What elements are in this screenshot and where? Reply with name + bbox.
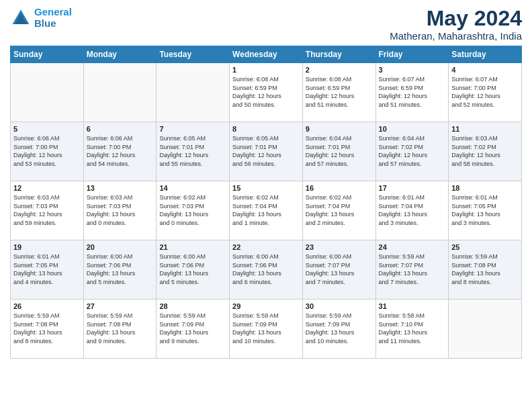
logo-icon bbox=[10, 7, 32, 29]
calendar-table: SundayMondayTuesdayWednesdayThursdayFrid… bbox=[10, 46, 522, 359]
day-number: 25 bbox=[451, 243, 519, 251]
day-number: 13 bbox=[87, 184, 154, 192]
day-info: Sunrise: 6:06 AM Sunset: 7:00 PM Dayligh… bbox=[87, 134, 154, 168]
day-number: 9 bbox=[306, 125, 373, 133]
weekday-header-sunday: Sunday bbox=[11, 46, 84, 63]
logo: General Blue bbox=[10, 7, 72, 29]
day-info: Sunrise: 6:01 AM Sunset: 7:05 PM Dayligh… bbox=[451, 193, 519, 227]
day-number: 24 bbox=[379, 243, 446, 251]
day-number: 31 bbox=[379, 302, 446, 310]
calendar-day-cell: 30Sunrise: 5:59 AM Sunset: 7:09 PM Dayli… bbox=[302, 300, 375, 359]
day-info: Sunrise: 6:03 AM Sunset: 7:02 PM Dayligh… bbox=[451, 134, 519, 168]
calendar-day-cell: 24Sunrise: 5:59 AM Sunset: 7:07 PM Dayli… bbox=[375, 240, 449, 300]
calendar-day-cell: 4Sunrise: 6:07 AM Sunset: 7:00 PM Daylig… bbox=[449, 63, 522, 122]
day-number: 18 bbox=[451, 184, 519, 192]
day-info: Sunrise: 6:00 AM Sunset: 7:06 PM Dayligh… bbox=[87, 253, 154, 286]
day-info: Sunrise: 6:06 AM Sunset: 7:00 PM Dayligh… bbox=[13, 134, 81, 168]
day-number: 12 bbox=[13, 184, 81, 192]
day-info: Sunrise: 6:03 AM Sunset: 7:03 PM Dayligh… bbox=[87, 193, 154, 227]
calendar-week-row: 19Sunrise: 6:01 AM Sunset: 7:05 PM Dayli… bbox=[11, 240, 522, 300]
month-year-title: May 2024 bbox=[390, 7, 522, 30]
calendar-day-cell: 26Sunrise: 5:59 AM Sunset: 7:08 PM Dayli… bbox=[11, 300, 84, 359]
day-info: Sunrise: 6:01 AM Sunset: 7:05 PM Dayligh… bbox=[13, 253, 81, 286]
day-info: Sunrise: 6:01 AM Sunset: 7:04 PM Dayligh… bbox=[379, 193, 446, 227]
calendar-day-cell: 28Sunrise: 5:59 AM Sunset: 7:09 PM Dayli… bbox=[157, 300, 230, 359]
calendar-day-cell: 6Sunrise: 6:06 AM Sunset: 7:00 PM Daylig… bbox=[83, 122, 157, 181]
day-number: 4 bbox=[451, 66, 519, 74]
calendar-day-cell: 27Sunrise: 5:59 AM Sunset: 7:08 PM Dayli… bbox=[83, 300, 157, 359]
day-info: Sunrise: 6:02 AM Sunset: 7:04 PM Dayligh… bbox=[232, 193, 300, 227]
day-number: 26 bbox=[13, 302, 81, 310]
day-number: 30 bbox=[306, 302, 373, 310]
calendar-week-row: 1Sunrise: 6:08 AM Sunset: 6:59 PM Daylig… bbox=[11, 63, 522, 122]
day-info: Sunrise: 6:08 AM Sunset: 6:59 PM Dayligh… bbox=[232, 75, 300, 109]
day-info: Sunrise: 6:02 AM Sunset: 7:04 PM Dayligh… bbox=[306, 193, 373, 227]
day-number: 2 bbox=[306, 66, 373, 74]
calendar-day-cell: 15Sunrise: 6:02 AM Sunset: 7:04 PM Dayli… bbox=[230, 181, 303, 240]
weekday-header-saturday: Saturday bbox=[449, 46, 522, 63]
calendar-day-cell: 21Sunrise: 6:00 AM Sunset: 7:06 PM Dayli… bbox=[157, 240, 230, 300]
weekday-header-tuesday: Tuesday bbox=[157, 46, 230, 63]
calendar-day-cell: 17Sunrise: 6:01 AM Sunset: 7:04 PM Dayli… bbox=[375, 181, 449, 240]
calendar-day-cell: 18Sunrise: 6:01 AM Sunset: 7:05 PM Dayli… bbox=[449, 181, 522, 240]
calendar-day-cell: 9Sunrise: 6:04 AM Sunset: 7:01 PM Daylig… bbox=[302, 122, 375, 181]
day-info: Sunrise: 5:59 AM Sunset: 7:08 PM Dayligh… bbox=[13, 312, 81, 345]
day-info: Sunrise: 6:07 AM Sunset: 6:59 PM Dayligh… bbox=[379, 75, 446, 109]
weekday-header-row: SundayMondayTuesdayWednesdayThursdayFrid… bbox=[11, 46, 522, 63]
calendar-day-cell: 20Sunrise: 6:00 AM Sunset: 7:06 PM Dayli… bbox=[83, 240, 157, 300]
day-info: Sunrise: 5:59 AM Sunset: 7:08 PM Dayligh… bbox=[87, 312, 154, 345]
day-info: Sunrise: 5:59 AM Sunset: 7:09 PM Dayligh… bbox=[306, 312, 373, 345]
day-info: Sunrise: 6:04 AM Sunset: 7:02 PM Dayligh… bbox=[379, 134, 446, 168]
day-number: 28 bbox=[159, 302, 226, 310]
day-number: 19 bbox=[13, 243, 81, 251]
day-number: 22 bbox=[232, 243, 300, 251]
day-info: Sunrise: 5:58 AM Sunset: 7:10 PM Dayligh… bbox=[379, 312, 446, 345]
day-number: 8 bbox=[232, 125, 300, 133]
calendar-day-cell: 12Sunrise: 6:03 AM Sunset: 7:03 PM Dayli… bbox=[11, 181, 84, 240]
day-info: Sunrise: 6:07 AM Sunset: 7:00 PM Dayligh… bbox=[451, 75, 519, 109]
calendar-week-row: 12Sunrise: 6:03 AM Sunset: 7:03 PM Dayli… bbox=[11, 181, 522, 240]
day-number: 16 bbox=[306, 184, 373, 192]
page-header: General Blue May 2024 Matheran, Maharash… bbox=[10, 7, 522, 42]
day-info: Sunrise: 5:59 AM Sunset: 7:08 PM Dayligh… bbox=[451, 253, 519, 286]
calendar-day-cell: 7Sunrise: 6:05 AM Sunset: 7:01 PM Daylig… bbox=[157, 122, 230, 181]
location-subtitle: Matheran, Maharashtra, India bbox=[390, 30, 522, 42]
calendar-day-cell: 2Sunrise: 6:08 AM Sunset: 6:59 PM Daylig… bbox=[302, 63, 375, 122]
empty-cell bbox=[11, 63, 84, 122]
calendar-day-cell: 23Sunrise: 6:00 AM Sunset: 7:07 PM Dayli… bbox=[302, 240, 375, 300]
empty-cell bbox=[157, 63, 230, 122]
day-info: Sunrise: 5:59 AM Sunset: 7:09 PM Dayligh… bbox=[159, 312, 226, 345]
title-block: May 2024 Matheran, Maharashtra, India bbox=[390, 7, 522, 42]
calendar-day-cell: 16Sunrise: 6:02 AM Sunset: 7:04 PM Dayli… bbox=[302, 181, 375, 240]
day-number: 21 bbox=[159, 243, 226, 251]
calendar-day-cell: 11Sunrise: 6:03 AM Sunset: 7:02 PM Dayli… bbox=[449, 122, 522, 181]
day-info: Sunrise: 6:00 AM Sunset: 7:06 PM Dayligh… bbox=[159, 253, 226, 286]
day-info: Sunrise: 6:08 AM Sunset: 6:59 PM Dayligh… bbox=[306, 75, 373, 109]
day-number: 14 bbox=[159, 184, 226, 192]
weekday-header-thursday: Thursday bbox=[302, 46, 375, 63]
day-info: Sunrise: 6:00 AM Sunset: 7:07 PM Dayligh… bbox=[306, 253, 373, 286]
day-number: 3 bbox=[379, 66, 446, 74]
calendar-day-cell: 25Sunrise: 5:59 AM Sunset: 7:08 PM Dayli… bbox=[449, 240, 522, 300]
day-number: 20 bbox=[87, 243, 154, 251]
calendar-week-row: 5Sunrise: 6:06 AM Sunset: 7:00 PM Daylig… bbox=[11, 122, 522, 181]
day-info: Sunrise: 6:03 AM Sunset: 7:03 PM Dayligh… bbox=[13, 193, 81, 227]
empty-cell bbox=[449, 300, 522, 359]
weekday-header-wednesday: Wednesday bbox=[230, 46, 303, 63]
calendar-day-cell: 5Sunrise: 6:06 AM Sunset: 7:00 PM Daylig… bbox=[11, 122, 84, 181]
day-info: Sunrise: 6:05 AM Sunset: 7:01 PM Dayligh… bbox=[159, 134, 226, 168]
day-number: 5 bbox=[13, 125, 81, 133]
calendar-day-cell: 31Sunrise: 5:58 AM Sunset: 7:10 PM Dayli… bbox=[375, 300, 449, 359]
day-number: 29 bbox=[232, 302, 300, 310]
calendar-day-cell: 22Sunrise: 6:00 AM Sunset: 7:06 PM Dayli… bbox=[230, 240, 303, 300]
day-number: 7 bbox=[159, 125, 226, 133]
day-number: 17 bbox=[379, 184, 446, 192]
calendar-day-cell: 29Sunrise: 5:59 AM Sunset: 7:09 PM Dayli… bbox=[230, 300, 303, 359]
day-number: 6 bbox=[87, 125, 154, 133]
day-info: Sunrise: 6:02 AM Sunset: 7:03 PM Dayligh… bbox=[159, 193, 226, 227]
day-number: 11 bbox=[451, 125, 519, 133]
calendar-day-cell: 14Sunrise: 6:02 AM Sunset: 7:03 PM Dayli… bbox=[157, 181, 230, 240]
empty-cell bbox=[83, 63, 157, 122]
calendar-day-cell: 8Sunrise: 6:05 AM Sunset: 7:01 PM Daylig… bbox=[230, 122, 303, 181]
calendar-day-cell: 3Sunrise: 6:07 AM Sunset: 6:59 PM Daylig… bbox=[375, 63, 449, 122]
